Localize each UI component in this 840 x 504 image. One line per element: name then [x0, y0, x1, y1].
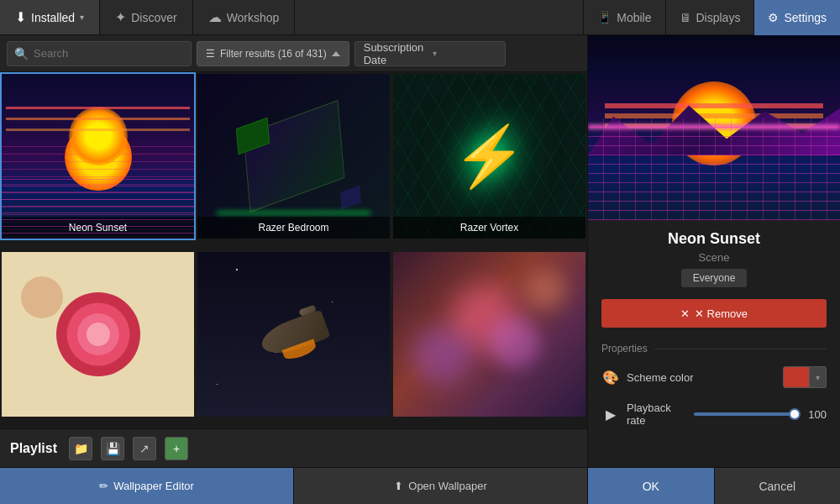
color-dropdown-button[interactable]: ▾: [810, 366, 827, 388]
chevron-down-icon: ▾: [433, 49, 496, 58]
audience-section: Everyone: [588, 269, 840, 296]
color-picker[interactable]: ▾: [783, 366, 827, 388]
tab-discover[interactable]: ✦ Discover: [100, 0, 192, 34]
wallpaper-name: Razer Vortex: [393, 217, 585, 239]
search-input[interactable]: [34, 47, 184, 60]
wallpaper-editor-button[interactable]: ✏ Wallpaper Editor: [0, 468, 293, 504]
list-item[interactable]: Neon Sunset: [0, 72, 196, 240]
list-item[interactable]: [0, 250, 196, 418]
displays-icon: 🖥: [680, 11, 691, 24]
wallpaper-grid: Neon Sunset Razer Bedroom: [0, 72, 587, 428]
wallpaper-name: Razer Bedroom: [197, 217, 390, 239]
playlist-bar: Playlist 📁 💾 ↗ +: [0, 428, 587, 467]
slider-thumb[interactable]: [789, 408, 801, 420]
wallpaper-thumbnail: [197, 252, 390, 417]
nav-right: 📱 Mobile 🖥 Displays ⚙ Settings: [583, 0, 840, 35]
color-swatch[interactable]: [783, 366, 810, 388]
open-wallpaper-icon: ⬆: [394, 480, 403, 492]
wallpaper-thumbnail: ⚡: [393, 74, 585, 239]
playlist-folder-button[interactable]: 📁: [69, 437, 92, 460]
save-icon: 💾: [106, 442, 120, 455]
top-nav: ⬇ Installed ▾ ✦ Discover ☁ Workshop 📱 Mo…: [0, 0, 840, 35]
search-icon: 🔍: [14, 47, 29, 60]
wallpaper-editor-label: Wallpaper Editor: [113, 480, 194, 492]
remove-icon: ✕: [680, 307, 690, 320]
filter-icon: ☰: [206, 48, 215, 60]
wallpaper-thumbnail: [2, 252, 194, 417]
scheme-color-label: Scheme color: [627, 371, 776, 384]
installed-label: Installed: [31, 11, 75, 24]
settings-label: Settings: [784, 11, 827, 24]
ok-button[interactable]: OK: [588, 468, 714, 504]
right-bottom-bar: OK Cancel: [588, 467, 840, 504]
open-wallpaper-button[interactable]: ⬆ Open Wallpaper: [293, 468, 587, 504]
right-panel: Neon Sunset Scene Everyone ✕ ✕ Remove Pr…: [588, 35, 840, 504]
filter-label: Filter results (16 of 431): [220, 48, 327, 60]
playlist-label: Playlist: [10, 441, 57, 456]
wallpaper-preview: [588, 35, 840, 220]
playlist-save-button[interactable]: 💾: [101, 437, 124, 460]
discover-label: Discover: [131, 11, 176, 24]
remove-label: ✕ Remove: [695, 307, 748, 320]
wallpaper-type: Scene: [588, 251, 840, 269]
playback-rate-slider-container: 100: [694, 408, 827, 421]
workshop-icon: ☁: [208, 9, 222, 25]
filter-bar: 🔍 ☰ Filter results (16 of 431) Subscript…: [0, 35, 587, 72]
preview-vertical-lines: [588, 118, 840, 220]
playback-rate-slider[interactable]: [694, 412, 795, 416]
audience-badge: Everyone: [681, 269, 748, 287]
playlist-add-button[interactable]: +: [165, 437, 188, 460]
list-item[interactable]: [391, 250, 587, 418]
wallpaper-editor-icon: ✏: [99, 480, 108, 492]
cancel-button[interactable]: Cancel: [714, 468, 841, 504]
folder-icon: 📁: [74, 442, 88, 455]
list-item[interactable]: ⚡ Razer Vortex: [391, 72, 587, 240]
search-box[interactable]: 🔍: [7, 41, 192, 66]
color-wheel-icon: 🎨: [601, 368, 620, 386]
tab-settings[interactable]: ⚙ Settings: [753, 0, 840, 35]
properties-section-header: Properties: [588, 338, 840, 360]
slider-fill: [694, 412, 795, 416]
wallpaper-thumbnail: [197, 74, 390, 239]
tab-displays[interactable]: 🖥 Displays: [665, 0, 754, 35]
mobile-icon: 📱: [597, 11, 612, 24]
playback-rate-label: Playback rate: [627, 402, 687, 427]
scheme-color-row: 🎨 Scheme color ▾: [588, 360, 840, 395]
list-item[interactable]: Razer Bedroom: [196, 72, 391, 240]
main-area: 🔍 ☰ Filter results (16 of 431) Subscript…: [0, 35, 840, 504]
filter-arrow-icon: [332, 51, 340, 56]
playlist-share-button[interactable]: ↗: [133, 437, 156, 460]
sort-select[interactable]: Subscription Date ▾: [354, 41, 506, 66]
displays-label: Displays: [696, 11, 741, 24]
open-wallpaper-label: Open Wallpaper: [408, 480, 486, 492]
workshop-label: Workshop: [227, 11, 280, 24]
bottom-bar: ✏ Wallpaper Editor ⬆ Open Wallpaper: [0, 467, 587, 504]
share-icon: ↗: [139, 442, 150, 455]
tab-mobile[interactable]: 📱 Mobile: [583, 0, 664, 35]
properties-label: Properties: [601, 343, 648, 354]
settings-icon: ⚙: [768, 11, 779, 24]
installed-icon: ⬇: [15, 9, 26, 25]
playback-rate-value: 100: [801, 408, 827, 421]
list-item[interactable]: [196, 250, 391, 418]
add-icon: +: [173, 442, 180, 455]
wallpaper-title: Neon Sunset: [588, 220, 840, 251]
sort-label: Subscription Date: [364, 41, 428, 66]
tab-workshop[interactable]: ☁ Workshop: [193, 0, 296, 34]
filter-button[interactable]: ☰ Filter results (16 of 431): [197, 41, 349, 66]
remove-button[interactable]: ✕ ✕ Remove: [601, 299, 827, 328]
tab-installed[interactable]: ⬇ Installed ▾: [0, 0, 100, 34]
mobile-label: Mobile: [617, 11, 651, 24]
section-divider: [654, 349, 827, 349]
wallpaper-thumbnail: [2, 74, 194, 239]
installed-dropdown-icon[interactable]: ▾: [80, 13, 84, 22]
discover-icon: ✦: [115, 9, 126, 25]
wallpaper-thumbnail: [393, 252, 585, 417]
playback-rate-row: ▶ Playback rate 100: [588, 395, 840, 433]
play-icon: ▶: [601, 405, 620, 423]
preview-image: [588, 35, 840, 220]
left-panel: 🔍 ☰ Filter results (16 of 431) Subscript…: [0, 35, 588, 504]
